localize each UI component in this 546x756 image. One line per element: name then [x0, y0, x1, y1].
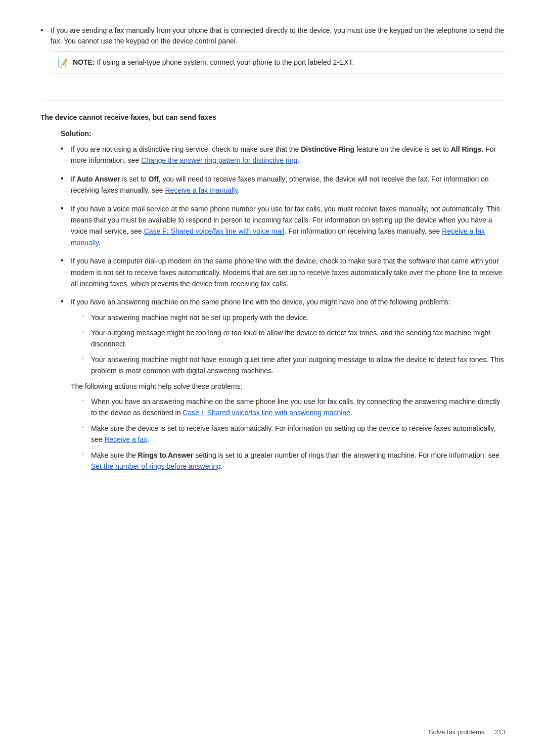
bold-distinctive-ring: Distinctive Ring: [301, 145, 354, 153]
bullet-1: •: [61, 144, 71, 153]
solution-item-3: • If you have a voice mail service at th…: [61, 203, 506, 249]
sub-text-1: Your answering machine might not be set …: [91, 312, 506, 323]
bullet-dot: •: [40, 25, 51, 35]
top-bullet-text: If you are sending a fax manually from y…: [51, 25, 506, 47]
note-body: If using a serial-type phone system, con…: [97, 58, 354, 66]
sub-text-2: Your outgoing message might be too long …: [91, 327, 506, 350]
top-bullet-item: • If you are sending a fax manually from…: [40, 25, 506, 47]
solution-item-5: • If you have an answering machine on th…: [61, 296, 506, 476]
main-section: The device cannot receive faxes, but can…: [40, 113, 506, 476]
action-bullet-3: ◦: [81, 450, 91, 458]
footer-page-number: 213: [494, 728, 506, 736]
solution-text-2: If Auto Answer is set to Off, you will n…: [71, 173, 506, 196]
note-icon: 📝: [58, 58, 68, 68]
solution-text-4: If you have a computer dial-up modem on …: [71, 255, 506, 289]
action-item-2: ◦ Make sure the device is set to receive…: [81, 423, 506, 446]
link-distinctive-ring[interactable]: Change the answer ring pattern for disti…: [141, 156, 297, 164]
bold-auto-answer: Auto Answer: [77, 175, 120, 183]
footer-label: Solve fax problems: [429, 728, 485, 736]
action-text-3: Make sure the Rings to Answer setting is…: [91, 450, 506, 472]
bullet-4: •: [61, 255, 71, 265]
footer-content: Solve fax problems 213: [429, 728, 506, 736]
solution-item-1: • If you are not using a distinctive rin…: [61, 144, 506, 166]
actions-list: ◦ When you have an answering machine on …: [81, 396, 506, 472]
action-item-3: ◦ Make sure the Rings to Answer setting …: [81, 450, 506, 472]
solution-text-3: If you have a voice mail service at the …: [71, 203, 506, 249]
link-receive-fax-manually-1[interactable]: Receive a fax manually: [165, 186, 238, 194]
link-receive-a-fax[interactable]: Receive a fax: [104, 435, 147, 443]
link-case-i[interactable]: Case I: Shared voice/fax line with answe…: [183, 409, 350, 417]
sub-item-3: ◦ Your answering machine might not have …: [81, 354, 506, 377]
bold-all-rings: All Rings: [451, 145, 482, 153]
bold-off: Off: [149, 175, 159, 183]
sub-list: ◦ Your answering machine might not be se…: [81, 312, 506, 377]
link-case-f[interactable]: Case F: Shared voice/fax line with voice…: [144, 227, 285, 235]
section-heading: The device cannot receive faxes, but can…: [40, 113, 506, 121]
bullet-3: •: [61, 203, 71, 213]
sub-bullet-2: ◦: [81, 327, 91, 336]
action-text-2: Make sure the device is set to receive f…: [91, 423, 506, 446]
action-bullet-1: ◦: [81, 396, 91, 405]
note-text: NOTE: If using a serial-type phone syste…: [73, 57, 354, 68]
bullet-5: •: [61, 296, 71, 306]
action-bullet-2: ◦: [81, 423, 91, 431]
action-text-1: When you have an answering machine on th…: [91, 396, 506, 419]
action-item-1: ◦ When you have an answering machine on …: [81, 396, 506, 419]
sub-item-1: ◦ Your answering machine might not be se…: [81, 312, 506, 323]
sub-item-2: ◦ Your outgoing message might be too lon…: [81, 327, 506, 350]
solution-label: Solution:: [40, 129, 506, 138]
following-actions-intro: The following actions might help solve t…: [71, 381, 506, 392]
solution-text-5: If you have an answering machine on the …: [71, 296, 506, 476]
sub-bullet-3: ◦: [81, 354, 91, 363]
solution-list: • If you are not using a distinctive rin…: [40, 144, 506, 476]
note-label: NOTE:: [73, 58, 95, 66]
page-footer: Solve fax problems 213: [0, 728, 546, 736]
bullet-2: •: [61, 173, 71, 183]
link-set-rings[interactable]: Set the number of rings before answering: [91, 462, 221, 470]
solution-text-1: If you are not using a distinctive ring …: [71, 144, 506, 166]
bold-rings-to-answer: Rings to Answer: [138, 451, 194, 459]
sub-text-3: Your answering machine might not have en…: [91, 354, 506, 377]
solution-item-2: • If Auto Answer is set to Off, you will…: [61, 173, 506, 196]
answering-machine-intro: If you have an answering machine on the …: [71, 298, 450, 306]
solution-item-4: • If you have a computer dial-up modem o…: [61, 255, 506, 289]
sub-bullet-1: ◦: [81, 312, 91, 321]
note-box: 📝 NOTE: If using a serial-type phone sys…: [51, 52, 506, 73]
section-divider: [40, 101, 506, 101]
top-section: • If you are sending a fax manually from…: [40, 20, 506, 88]
